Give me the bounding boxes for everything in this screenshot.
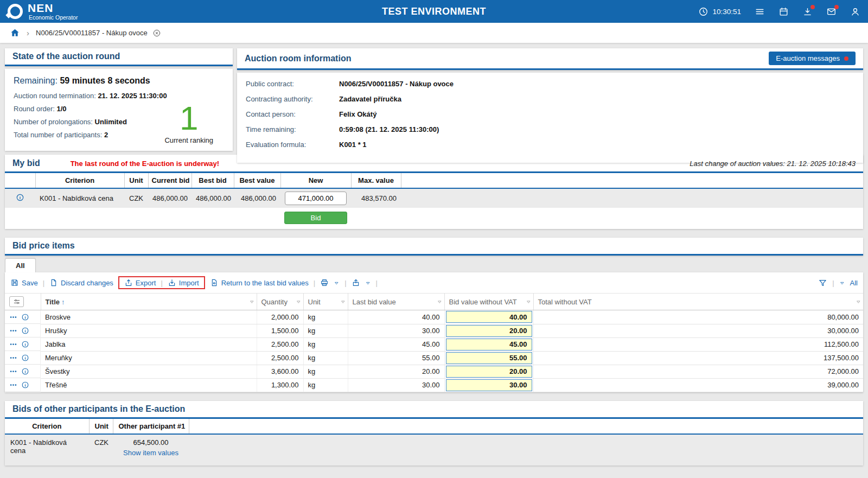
item-unit: kg xyxy=(303,365,348,378)
table-row: Třešně 1,300.00 kg 30.00 39,000.00 xyxy=(5,378,863,392)
filter-caret-icon[interactable] xyxy=(437,299,443,305)
column-header-unit: Unit xyxy=(89,419,113,434)
filter-caret-icon[interactable] xyxy=(340,299,346,305)
best-bid-cell: 486,000.00 xyxy=(192,188,234,208)
filter-caret-icon[interactable] xyxy=(249,299,255,305)
info-icon[interactable] xyxy=(21,381,29,389)
room-info-row: Public contract: N006/25/V00011857 - Nák… xyxy=(246,80,854,88)
filter-caret-icon[interactable] xyxy=(856,299,861,305)
column-header-criterion: Criterion xyxy=(35,173,124,188)
eauction-messages-button[interactable]: E-auction messages xyxy=(769,52,856,65)
last-round-alert: The last round of the E-auction is under… xyxy=(71,160,219,168)
my-bid-table: Criterion Unit Current bid Best bid Best… xyxy=(5,173,863,229)
filter-all-label[interactable]: All xyxy=(850,279,858,287)
bid-button[interactable]: Bid xyxy=(284,212,347,224)
column-header-criterion: Criterion xyxy=(5,419,89,434)
table-row: Jablka 2,500.00 kg 45.00 112,500.00 xyxy=(5,337,863,351)
user-profile-icon[interactable] xyxy=(850,7,860,17)
info-icon[interactable] xyxy=(16,193,24,202)
server-time: 10:30:51 xyxy=(698,7,741,17)
discard-changes-button[interactable]: Discard changes xyxy=(49,278,113,287)
item-title: Švestky xyxy=(41,365,257,378)
item-title: Meruňky xyxy=(41,351,257,365)
save-button[interactable]: Save xyxy=(10,278,38,287)
export-menu-caret-icon[interactable] xyxy=(365,280,371,286)
breadcrumb: › N006/25/V00011857 - Nákup ovoce xyxy=(0,23,868,43)
menu-icon[interactable] xyxy=(755,7,765,17)
show-item-values-link[interactable]: Show item values xyxy=(118,449,183,457)
bid-value-input[interactable] xyxy=(446,311,532,323)
row-menu-icon[interactable] xyxy=(9,313,17,321)
downloads-icon[interactable] xyxy=(802,7,813,17)
table-row: Broskve 2,000.00 kg 40.00 80,000.00 xyxy=(5,310,863,324)
info-icon[interactable] xyxy=(21,367,29,375)
filter-caret-icon[interactable] xyxy=(296,299,302,305)
item-last-bid: 55.00 xyxy=(348,351,444,365)
export-import-highlight-box: Export | Import xyxy=(118,276,205,289)
column-header-info xyxy=(5,173,35,188)
panel-title: Auction room information xyxy=(245,54,351,63)
row-menu-icon[interactable] xyxy=(9,327,17,335)
row-menu-icon[interactable] xyxy=(9,354,17,362)
row-menu-icon[interactable] xyxy=(9,381,17,389)
my-bid-row: K001 - Nabídková cena CZK 486,000.00 486… xyxy=(5,188,863,208)
row-menu-icon[interactable] xyxy=(9,340,17,348)
column-header-unit: Unit xyxy=(124,173,148,188)
print-menu-caret-icon[interactable] xyxy=(334,280,340,286)
auction-room-body: Public contract: N006/25/V00011857 - Nák… xyxy=(237,73,863,163)
column-header-new: New xyxy=(280,173,351,188)
column-header-quantity[interactable]: Quantity xyxy=(257,294,303,310)
best-value-cell: 486,000.00 xyxy=(234,188,280,208)
header-actions: 10:30:51 xyxy=(698,7,860,17)
row-menu-icon[interactable] xyxy=(9,367,17,375)
my-bid-header-row: Criterion Unit Current bid Best bid Best… xyxy=(5,173,863,188)
home-icon[interactable] xyxy=(10,28,20,38)
item-last-bid: 40.00 xyxy=(348,310,444,324)
column-header-unit[interactable]: Unit xyxy=(303,294,348,310)
column-header-total[interactable]: Total without VAT xyxy=(533,294,863,310)
downloads-badge xyxy=(810,5,815,9)
bid-value-input[interactable] xyxy=(446,366,532,378)
column-header-bid-value[interactable]: Bid value without VAT xyxy=(444,294,533,310)
item-title: Broskve xyxy=(41,310,257,324)
info-icon[interactable] xyxy=(21,313,29,321)
breadcrumb-item[interactable]: N006/25/V00011857 - Nákup ovoce xyxy=(36,29,161,37)
filter-caret-icon[interactable] xyxy=(526,299,532,305)
item-title: Jablka xyxy=(41,337,257,351)
print-button[interactable] xyxy=(320,278,329,287)
ranking-label: Current ranking xyxy=(164,136,213,144)
export-data-button[interactable] xyxy=(352,278,360,287)
filter-icon[interactable] xyxy=(818,278,827,288)
bid-value-input[interactable] xyxy=(446,379,532,391)
item-unit: kg xyxy=(303,337,348,351)
bid-value-input[interactable] xyxy=(446,352,532,364)
column-header-last-bid-value[interactable]: Last bid value xyxy=(348,294,444,310)
new-bid-input[interactable] xyxy=(285,192,347,205)
export-button[interactable]: Export xyxy=(124,278,156,287)
messages-icon[interactable] xyxy=(826,7,837,17)
panel-title: My bid xyxy=(12,158,40,168)
room-info-row: Time remaining: 0:59:08 (21. 12. 2025 11… xyxy=(246,125,854,133)
item-quantity: 1,300.00 xyxy=(257,378,303,392)
unit-cell: CZK xyxy=(124,188,148,208)
calendar-icon[interactable] xyxy=(778,7,789,17)
item-quantity: 3,600.00 xyxy=(257,365,303,378)
return-last-bid-values-button[interactable]: Return to the last bid values xyxy=(210,278,309,287)
tab-all[interactable]: All xyxy=(5,258,36,272)
info-icon[interactable] xyxy=(21,354,29,362)
breadcrumb-separator: › xyxy=(27,28,29,37)
bid-value-input[interactable] xyxy=(446,339,532,350)
bid-value-input[interactable] xyxy=(446,325,532,337)
column-header-max-value: Max. value xyxy=(351,173,401,188)
current-ranking: 1 Current ranking xyxy=(164,101,213,144)
import-button[interactable]: Import xyxy=(168,278,199,287)
last-change-note: Last change of auction values: 21. 12. 2… xyxy=(690,160,856,168)
column-chooser-button[interactable] xyxy=(9,296,24,307)
item-quantity: 1,500.00 xyxy=(257,324,303,337)
info-icon[interactable] xyxy=(21,340,29,348)
column-header-title[interactable]: Title↑ xyxy=(41,294,257,310)
close-tab-icon[interactable] xyxy=(152,29,161,37)
filter-all-caret-icon[interactable] xyxy=(839,280,845,286)
room-info-row: Contracting authority: Zadavatel příručk… xyxy=(246,95,854,103)
info-icon[interactable] xyxy=(21,327,29,335)
